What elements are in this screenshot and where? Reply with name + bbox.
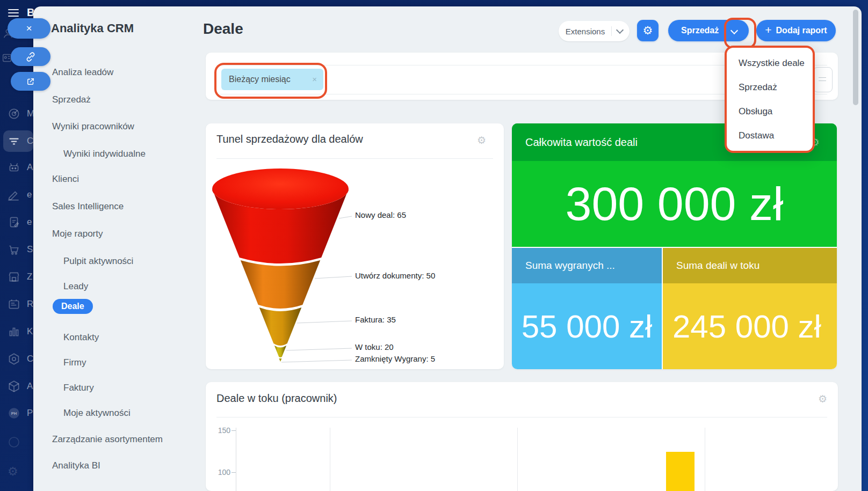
menu-item-zarzadzanie-asortymentem[interactable]: Zarządzanie asortymentem xyxy=(52,434,163,448)
funnel-label: W toku: 20 xyxy=(355,342,394,351)
bar-chart-card: Deale w toku (pracownik) ⚙ 150 100 xyxy=(206,382,838,491)
funnel-icon xyxy=(7,134,21,148)
sidebar-item-warehouse[interactable]: Z xyxy=(0,266,33,288)
scrollbar-thumb[interactable] xyxy=(853,10,858,105)
menu-item-analiza-leadow[interactable]: Analiza leadów xyxy=(52,67,113,81)
y-tick-label: 150 xyxy=(210,426,230,435)
pencil-icon xyxy=(7,188,21,202)
dropdown-item-dostawa[interactable]: Dostawa xyxy=(727,123,813,148)
menu-item-faktury[interactable]: Faktury xyxy=(63,383,94,397)
menu-item-sales-intelligence[interactable]: Sales Intelligence xyxy=(52,201,124,215)
menu-item-pulpit-aktywnosci[interactable]: Pulpit aktywności xyxy=(63,256,133,270)
menu-item-wyniki-pracownikow[interactable]: Wyniki pracowników xyxy=(52,121,134,135)
tile-deals-in-progress[interactable]: Suma deali w toku 245 000 zł xyxy=(663,248,837,369)
dropdown-item-sprzedaz[interactable]: Sprzedaż xyxy=(727,75,813,99)
sidebar-item-assets[interactable]: A xyxy=(0,376,33,397)
funnel-label: Faktura: 35 xyxy=(355,315,396,324)
menu-item-wyniki-indywidualne[interactable]: Wyniki indywidualne xyxy=(63,149,146,163)
sidebar-item-company[interactable]: C xyxy=(0,348,33,370)
tile-won-deals[interactable]: Suma wygranych ... 55 000 zł xyxy=(512,248,662,369)
y-tick-label: 100 xyxy=(210,468,230,477)
circle-icon xyxy=(8,436,20,451)
search-settings-button[interactable] xyxy=(813,67,833,92)
external-link-icon xyxy=(26,77,35,86)
target-icon xyxy=(7,107,21,121)
menu-item-analityka-bi[interactable]: Analityka BI xyxy=(52,460,100,474)
funnel-chart xyxy=(206,123,504,369)
settings-button[interactable]: ⚙ xyxy=(637,20,659,41)
tick-mark xyxy=(232,472,236,473)
gridline xyxy=(705,428,705,491)
panel-title: Analityka CRM xyxy=(51,21,134,35)
sidebar-item-crm-active[interactable]: C xyxy=(3,130,33,152)
menu-item-sprzedaz[interactable]: Sprzedaż xyxy=(52,94,91,108)
tile-title: Suma deali w toku xyxy=(676,260,760,272)
tick-mark xyxy=(232,430,236,431)
sidebar-item-shop[interactable]: S xyxy=(0,239,33,260)
card-title: Deale w toku (pracownik) xyxy=(216,392,337,405)
menu-item-firmy[interactable]: Firmy xyxy=(63,357,86,371)
sidebar-item-planner[interactable]: R xyxy=(0,294,33,315)
robot-icon xyxy=(7,160,21,174)
funnel-chart-card: Tunel sprzedażowy dla dealów ⚙ xyxy=(206,123,504,369)
filter-chip-current-month[interactable]: Bieżący miesiąc × xyxy=(221,69,323,90)
tasks-icon xyxy=(7,297,21,311)
chip-remove-icon[interactable]: × xyxy=(312,69,317,90)
tile-title: Całkowita wartość deali xyxy=(525,136,638,149)
gear-icon[interactable]: ⚙ xyxy=(818,393,827,405)
gear-icon: ⚙ xyxy=(643,24,653,37)
cube-icon xyxy=(7,379,21,393)
link-icon xyxy=(25,52,36,62)
bar-chart-icon xyxy=(7,325,21,339)
sidebar-item-marketing[interactable]: M xyxy=(0,103,33,124)
dropdown-item-wszystkie-deale[interactable]: Wszystkie deale xyxy=(727,51,813,75)
hamburger-menu-icon[interactable] xyxy=(8,9,19,17)
sidebar-item-automation[interactable]: A xyxy=(0,157,33,178)
menu-item-moje-raporty[interactable]: Moje raporty xyxy=(52,229,103,243)
menu-item-deale-active[interactable]: Deale xyxy=(53,299,93,314)
funnel-label: Zamknięty Wygrany: 5 xyxy=(355,354,435,363)
hexagon-icon xyxy=(7,352,21,366)
tile-value: 300 000 zł xyxy=(512,161,837,247)
avatar-ph: PH xyxy=(7,406,21,420)
kpi-tiles: Całkowita wartość deali ⚙ 300 000 zł Sum… xyxy=(512,123,837,369)
extensions-button[interactable]: Extensions xyxy=(559,21,630,41)
gridline xyxy=(330,428,330,491)
open-external-button[interactable] xyxy=(11,72,50,91)
tile-value: 245 000 zł xyxy=(663,283,837,369)
menu-item-leady[interactable]: Leady xyxy=(63,281,88,295)
store-icon xyxy=(7,270,21,284)
add-report-button[interactable]: + Dodaj raport xyxy=(756,20,836,41)
gridline xyxy=(517,428,518,491)
menu-item-moje-aktywnosci[interactable]: Moje aktywności xyxy=(63,408,131,422)
plus-icon: + xyxy=(765,24,771,36)
tile-title: Suma wygranych ... xyxy=(525,260,615,272)
category-dropdown-menu: Wszystkie deale Sprzedaż Obsługa Dostawa xyxy=(725,46,815,153)
page-title: Deale xyxy=(203,20,243,38)
category-button[interactable]: Sprzedaż xyxy=(668,20,749,41)
funnel-label: Nowy deal: 65 xyxy=(355,210,406,219)
funnel-label: Utwórz dokumenty: 50 xyxy=(355,271,435,280)
chevron-down-icon xyxy=(616,26,624,34)
sidebar-item-analytics[interactable]: K xyxy=(0,321,33,342)
divider xyxy=(611,26,612,36)
chevron-down-icon[interactable] xyxy=(730,27,738,34)
menu-item-klienci[interactable]: Klienci xyxy=(52,174,79,188)
sidebar-item-esign[interactable]: e xyxy=(0,184,33,206)
y-axis xyxy=(236,428,236,491)
tile-value: 55 000 zł xyxy=(512,283,662,369)
document-icon xyxy=(7,215,21,229)
bar-deale-w-toku[interactable] xyxy=(666,452,695,491)
cart-icon xyxy=(7,243,21,257)
svg-text:PH: PH xyxy=(11,411,17,416)
app-window: B × M C A e e S Z R xyxy=(0,0,868,491)
sidebar-item-edocs[interactable]: e xyxy=(0,211,33,233)
close-panel-button[interactable]: × xyxy=(8,18,50,39)
dropdown-item-obsluga[interactable]: Obsługa xyxy=(727,99,813,123)
menu-item-kontakty[interactable]: Kontakty xyxy=(63,332,99,346)
sidebar-item-profile[interactable]: PH P xyxy=(0,402,33,424)
copy-link-button[interactable] xyxy=(11,47,50,66)
settings-gear-icon: ⚙ xyxy=(8,465,18,479)
divider xyxy=(216,417,827,417)
